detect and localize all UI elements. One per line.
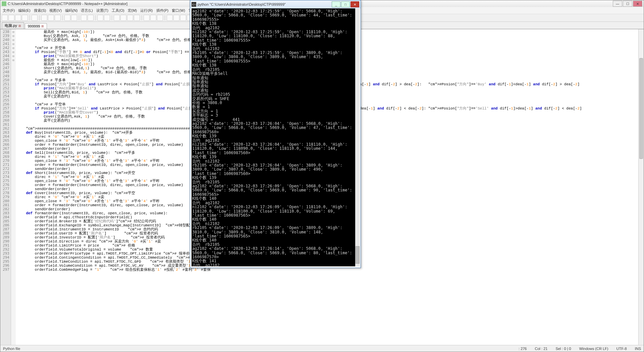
editor-scroll-thumb[interactable]	[639, 58, 643, 159]
status-col: Col : 21	[535, 347, 547, 351]
tab-label: 999999	[28, 24, 40, 28]
npp-title-text: C:\Users\Administrator\Desktop\CTP\99999…	[8, 2, 127, 6]
console-minimize-button[interactable]: _	[332, 1, 340, 7]
menu-item[interactable]: 运行(R)	[139, 8, 154, 13]
redo-icon[interactable]	[71, 15, 77, 21]
indent-icon[interactable]	[127, 15, 133, 21]
doc-map-icon[interactable]	[180, 15, 186, 21]
menu-item[interactable]: 宏(M)	[127, 8, 138, 13]
menu-item[interactable]: 视图(V)	[48, 8, 63, 13]
run-icon[interactable]	[167, 15, 173, 21]
outdent-icon[interactable]	[134, 15, 140, 21]
undo-icon[interactable]	[64, 15, 70, 21]
menu-item[interactable]: 搜索(S)	[33, 8, 47, 13]
file-tab[interactable]: 999999⊠	[25, 23, 47, 29]
status-encoding: UTF-8	[616, 347, 627, 351]
file-tab[interactable]: 电脑.py⊠	[2, 22, 24, 29]
menu-item[interactable]: 窗口(W)	[171, 8, 186, 13]
replace-icon[interactable]	[88, 15, 94, 21]
menu-item[interactable]: 设置(T)	[95, 8, 109, 13]
macro-record-icon[interactable]	[144, 15, 150, 21]
new-file-icon[interactable]	[2, 15, 8, 21]
console-window[interactable]: C:\ python "C:\Users\Administrator\Deskt…	[190, 0, 361, 268]
menu-item[interactable]: 插件(P)	[155, 8, 170, 13]
show-all-icon[interactable]	[120, 15, 126, 21]
menu-item[interactable]: 工具(O)	[111, 8, 125, 13]
zoom-in-icon[interactable]	[97, 15, 103, 21]
cut-icon[interactable]	[41, 15, 47, 21]
console-scroll-thumb[interactable]	[356, 246, 360, 264]
npp-close-button[interactable]: ✕	[633, 1, 642, 7]
menu-item[interactable]: 语言(L)	[80, 8, 94, 13]
menu-item[interactable]: 文件(F)	[2, 8, 16, 13]
menu-item[interactable]: 编码(N)	[64, 8, 78, 13]
console-titlebar[interactable]: C:\ python "C:\Users\Administrator\Deskt…	[190, 0, 361, 8]
status-eol: Windows (CR LF)	[579, 347, 608, 351]
status-bar: Python file : 276 Col : 21 Sel : 0 | 0 W…	[0, 345, 644, 352]
print-icon[interactable]	[32, 15, 38, 21]
paste-icon[interactable]	[55, 15, 61, 21]
zoom-out-icon[interactable]	[104, 15, 110, 21]
npp-minimize-button[interactable]: —	[613, 1, 622, 7]
npp-app-icon	[2, 1, 6, 6]
editor-vscrollbar[interactable]	[638, 29, 644, 345]
tab-label: 电脑.py	[5, 23, 17, 28]
copy-icon[interactable]	[48, 15, 54, 21]
open-file-icon[interactable]	[8, 15, 14, 21]
tab-close-icon[interactable]: ⊠	[18, 24, 21, 28]
tab-close-icon[interactable]: ⊠	[41, 25, 44, 28]
line-number-gutter: 238 239 240 241 242 243 244 245 246 247 …	[0, 29, 11, 345]
wordwrap-icon[interactable]	[114, 15, 120, 21]
console-maximize-button[interactable]: □	[341, 1, 350, 7]
save-icon[interactable]	[15, 15, 21, 21]
fold-column[interactable]: ⊟ ⊟ ⊟ ⊟ ⊟ ⊟ ⊟ ⊟	[11, 29, 16, 345]
status-filetype: Python file	[3, 347, 20, 351]
find-icon[interactable]	[81, 15, 87, 21]
console-title-text: python "C:\Users\Administrator\Desktop\C…	[198, 2, 286, 6]
status-ins: INS	[635, 347, 641, 351]
status-length: : 276	[519, 347, 527, 351]
save-all-icon[interactable]	[22, 15, 28, 21]
status-sel: Sel : 0 | 0	[555, 347, 571, 351]
macro-stop-icon[interactable]	[157, 15, 163, 21]
macro-play-icon[interactable]	[150, 15, 156, 21]
console-output[interactable]: ag2102 <'date': '2020-12-03 17:25:59', '…	[192, 8, 355, 266]
folder-icon[interactable]	[173, 15, 179, 21]
console-vscrollbar[interactable]	[355, 8, 360, 266]
console-close-button[interactable]: ✕	[351, 1, 359, 7]
npp-maximize-button[interactable]: ☐	[623, 1, 632, 7]
console-icon: C:\	[192, 2, 196, 7]
menu-item[interactable]: 编辑(E)	[17, 8, 32, 13]
